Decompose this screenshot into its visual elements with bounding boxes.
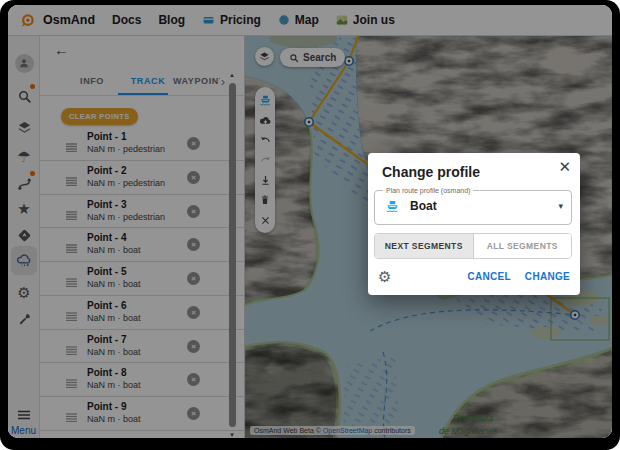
- profile-select[interactable]: Plan route profile (osmand) Boat ▾: [374, 187, 572, 225]
- profile-select-label: Plan route profile (osmand): [383, 187, 473, 194]
- browser-window: OsmAnd Docs Blog Pricing Map: [8, 5, 612, 438]
- dialog-title: Change profile: [382, 164, 480, 180]
- profile-settings-gear-icon[interactable]: ⚙: [378, 268, 391, 286]
- dialog-footer: ⚙ CANCEL CHANGE: [368, 265, 580, 291]
- selected-profile-name: Boat: [410, 199, 558, 213]
- dialog-close-icon[interactable]: ✕: [558, 158, 571, 176]
- change-button[interactable]: CHANGE: [525, 271, 570, 282]
- all-segments-button[interactable]: ALL SEGMENTS: [473, 234, 572, 258]
- next-segments-button[interactable]: NEXT SEGMENTS: [375, 234, 473, 258]
- boat-icon: [385, 199, 400, 214]
- change-profile-dialog: Change profile ✕ Plan route profile (osm…: [368, 153, 580, 295]
- segment-scope-toggle: NEXT SEGMENTS ALL SEGMENTS: [374, 233, 572, 259]
- app-frame: OsmAnd Docs Blog Pricing Map: [0, 0, 620, 450]
- chevron-down-icon[interactable]: ▾: [558, 201, 563, 211]
- cancel-button[interactable]: CANCEL: [467, 271, 510, 282]
